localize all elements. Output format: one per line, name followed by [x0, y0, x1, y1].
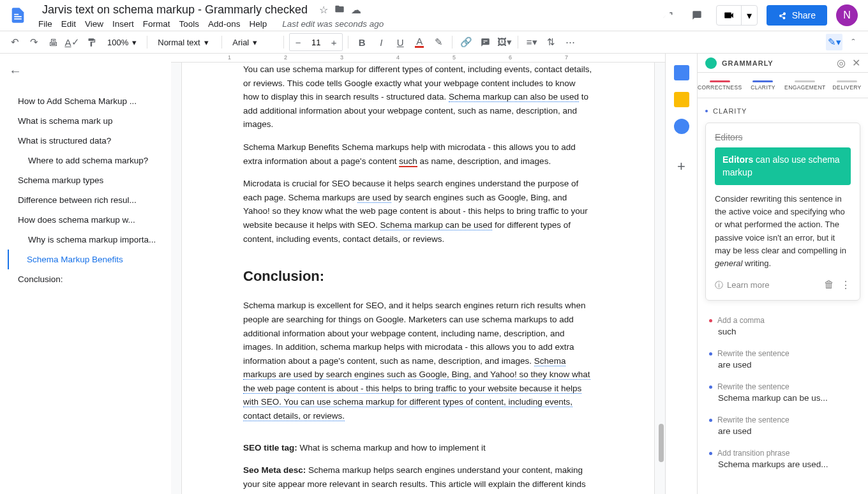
bold-button[interactable]: B: [354, 34, 370, 50]
grammarly-marked-text[interactable]: Schema markup can also be used: [449, 92, 579, 102]
outline-back-icon[interactable]: ←: [9, 64, 158, 79]
redo-button[interactable]: ↷: [26, 34, 42, 50]
insert-image-button[interactable]: 🖼▾: [496, 34, 513, 50]
last-edit-link[interactable]: Last edit was seconds ago: [282, 19, 384, 29]
menu-insert[interactable]: Insert: [112, 19, 134, 29]
paint-format-button[interactable]: [83, 34, 100, 50]
print-button[interactable]: 🖶: [45, 34, 61, 50]
grammarly-more-icon[interactable]: ⋮: [841, 279, 851, 291]
outline-item[interactable]: Where to add schema markup?: [9, 151, 158, 170]
grammarly-marked-text[interactable]: Schema markups are used by search engine…: [243, 356, 590, 421]
undo-button[interactable]: ↶: [6, 34, 23, 50]
menu-file[interactable]: File: [38, 19, 52, 29]
grammarly-tab-clarity[interactable]: CLARITY: [742, 73, 784, 98]
menu-addons[interactable]: Add-ons: [208, 19, 240, 29]
document-outline: ← How to Add Schema Markup ... What is s…: [0, 54, 171, 494]
present-dropdown[interactable]: ▾: [741, 6, 757, 25]
insert-link-button[interactable]: 🔗: [458, 34, 474, 50]
calendar-addon-icon[interactable]: [674, 65, 689, 80]
grammarly-suggestion-item[interactable]: Rewrite the sentenceare used: [705, 343, 860, 376]
underline-button[interactable]: U: [392, 34, 408, 50]
cloud-status-icon[interactable]: ☁: [351, 4, 361, 17]
outline-item[interactable]: Conclusion:: [9, 269, 158, 289]
scrollbar-thumb[interactable]: [659, 424, 664, 462]
grammarly-suggestion-item[interactable]: Rewrite the sentenceare used: [705, 409, 860, 442]
menu-format[interactable]: Format: [143, 19, 170, 29]
keep-addon-icon[interactable]: [674, 92, 689, 107]
editing-mode-button[interactable]: ✎▾: [826, 34, 842, 50]
body-text[interactable]: as name, description, and images.: [417, 156, 551, 166]
menu-tools[interactable]: Tools: [179, 19, 200, 29]
zoom-select[interactable]: 100%▾: [102, 35, 142, 50]
highlight-color-button[interactable]: ✎: [430, 34, 447, 50]
activity-icon[interactable]: [657, 5, 678, 26]
side-addons-panel: +: [665, 54, 697, 494]
menu-view[interactable]: View: [85, 19, 103, 29]
grammarly-tab-engagement[interactable]: ENGAGEMENT: [784, 73, 826, 98]
grammarly-explanation: Consider rewriting this sentence in the …: [715, 193, 851, 270]
insert-comment-button[interactable]: [477, 34, 493, 50]
grammarly-dismiss-icon[interactable]: 🗑: [824, 279, 834, 291]
paragraph-style-select[interactable]: Normal text▾: [153, 35, 216, 50]
grammarly-suggestion-item[interactable]: Add transition phraseSchema markups are …: [705, 442, 860, 475]
outline-item[interactable]: What is structured data?: [9, 131, 158, 151]
outline-item[interactable]: Schema markup types: [9, 170, 158, 190]
grammarly-panel: GRAMMARLY ◎ ✕ CORRECTNESS CLARITY ENGAGE…: [697, 54, 868, 494]
more-button[interactable]: ⋯: [562, 34, 578, 50]
document-canvas[interactable]: You can use schema markup for different …: [171, 54, 665, 494]
text-color-button[interactable]: A: [411, 34, 428, 50]
heading-conclusion[interactable]: Conclusion:: [243, 265, 593, 287]
tasks-addon-icon[interactable]: [674, 119, 689, 134]
grammarly-brand: GRAMMARLY: [722, 59, 774, 67]
spellcheck-button[interactable]: A✓: [64, 34, 80, 50]
grammarly-marked-text[interactable]: such: [399, 156, 417, 167]
grammarly-close-icon[interactable]: ✕: [852, 57, 860, 69]
font-size-input[interactable]: [306, 38, 326, 47]
outline-item[interactable]: What is schema mark up: [9, 111, 158, 131]
menu-edit[interactable]: Edit: [61, 19, 76, 29]
move-icon[interactable]: [334, 4, 345, 17]
grammarly-section-label: CLARITY: [705, 107, 860, 115]
add-addon-button[interactable]: +: [677, 158, 685, 175]
font-size-decrease[interactable]: −: [290, 34, 306, 50]
grammarly-learn-more[interactable]: ⓘ Learn more: [715, 280, 769, 291]
body-label[interactable]: Seo Meta desc:: [243, 465, 308, 475]
outline-item[interactable]: How does schema markup w...: [9, 210, 158, 230]
docs-logo-icon[interactable]: [6, 0, 29, 31]
font-select[interactable]: Arial▾: [227, 35, 278, 50]
present-button[interactable]: [717, 6, 741, 25]
share-button[interactable]: Share: [767, 5, 827, 26]
font-size-increase[interactable]: +: [326, 34, 342, 50]
grammarly-marked-text[interactable]: are used: [357, 193, 391, 203]
outline-item[interactable]: Why is schema markup importa...: [9, 230, 158, 250]
outline-item[interactable]: Difference between rich resul...: [9, 190, 158, 210]
grammarly-suggestion-item[interactable]: Rewrite the sentenceSchema markup can be…: [705, 376, 860, 409]
italic-button[interactable]: I: [373, 34, 389, 50]
body-label[interactable]: SEO title tag:: [243, 443, 300, 453]
grammarly-marked-text[interactable]: Schema markup can be used: [380, 220, 493, 230]
grammarly-suggestion-item[interactable]: Add a commasuch: [705, 310, 860, 343]
document-title[interactable]: Jarvis text on schema markup - Grammarly…: [38, 2, 311, 18]
line-spacing-button[interactable]: ⇅: [542, 34, 559, 50]
grammarly-apply-suggestion[interactable]: Editors can also use schema markup: [715, 147, 851, 185]
menu-help[interactable]: Help: [249, 19, 267, 29]
body-text[interactable]: What is schema markup and how to impleme…: [300, 443, 486, 453]
share-label: Share: [792, 10, 816, 20]
star-icon[interactable]: ☆: [319, 4, 328, 17]
account-avatar[interactable]: N: [836, 4, 858, 26]
grammarly-target-icon[interactable]: ◎: [837, 57, 846, 69]
align-button[interactable]: ≡▾: [523, 34, 540, 50]
horizontal-ruler[interactable]: [171, 54, 665, 63]
collapse-toolbar-button[interactable]: ˆ: [845, 34, 862, 50]
grammarly-tab-delivery[interactable]: DELIVERY: [826, 73, 868, 98]
grammarly-original-text: Editors: [715, 132, 851, 142]
grammarly-logo-icon: [705, 57, 717, 69]
comments-icon[interactable]: [687, 5, 707, 26]
grammarly-tab-correctness[interactable]: CORRECTNESS: [698, 73, 742, 98]
outline-item-active[interactable]: Schema Markup Benefits: [8, 250, 158, 269]
grammarly-main-card: Editors Editors can also use schema mark…: [705, 123, 860, 301]
outline-item[interactable]: How to Add Schema Markup ...: [9, 91, 158, 111]
